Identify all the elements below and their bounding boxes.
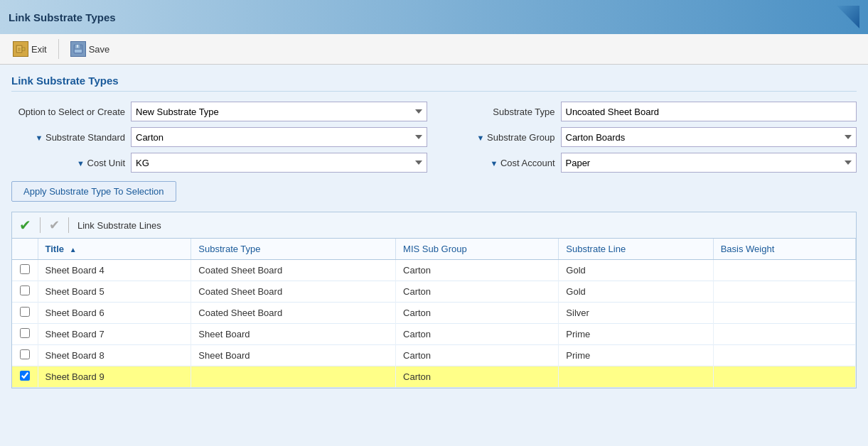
row-cell-title: Sheet Board 4 [38,260,191,281]
row-cell-basisWeight [713,303,855,324]
row-cell-substrateType: Sheet Board [191,345,396,366]
col-header-substrate-type[interactable]: Substrate Type [191,239,396,260]
row-cell-misSubGroup: Carton [396,281,559,303]
row-cell-substrateType: Coated Sheet Board [191,303,396,324]
link-substrate-lines-label: Link Substrate Lines [77,220,161,231]
row-checkbox-cell [12,324,38,345]
row-cell-title: Sheet Board 5 [38,281,191,303]
row-cell-basisWeight [713,281,855,303]
substrate-group-label: ▼ Substrate Group [441,132,555,143]
substrate-group-dropdown[interactable]: Carton Boards [561,127,857,147]
cost-account-label: ▼ Cost Account [441,158,555,168]
title-bar-corner [837,6,859,28]
row-cell-substrateType [191,366,396,388]
row-cell-substrateLine: Silver [559,303,713,324]
row-cell-title: Sheet Board 9 [38,366,191,388]
main-content: Link Substrate Types Option to Select or… [0,65,868,446]
row-checkbox[interactable] [20,371,30,381]
row-cell-substrateLine: Prime [559,324,713,345]
row-checkbox-cell [12,345,38,366]
row-cell-title: Sheet Board 7 [38,324,191,345]
row-cell-substrateLine: Prime [559,345,713,366]
row-checkbox[interactable] [20,264,30,274]
table-row: Sheet Board 8Sheet BoardCartonPrime [12,345,856,366]
table-row: Sheet Board 7Sheet BoardCartonPrime [12,324,856,345]
form-row-option: Option to Select or Create New Substrate… [11,102,427,121]
save-icon [70,41,86,57]
row-cell-substrateLine: Gold [559,281,713,303]
row-cell-substrateType: Sheet Board [191,324,396,345]
substrate-table: Title ▲ Substrate Type MIS Sub Group Sub… [12,239,856,388]
exit-icon [13,41,28,57]
form-area: Option to Select or Create New Substrate… [11,102,857,173]
table-row: Sheet Board 6Coated Sheet BoardCartonSil… [12,303,856,324]
row-checkbox-cell [12,303,38,324]
section-title: Link Substrate Types [11,75,857,92]
title-bar-text: Link Substrate Types [9,11,116,23]
row-cell-basisWeight [713,345,855,366]
row-cell-basisWeight [713,324,855,345]
row-cell-misSubGroup: Carton [396,324,559,345]
cost-account-arrow: ▼ [490,159,498,168]
col-header-mis-sub-group[interactable]: MIS Sub Group [396,239,559,260]
table-header-row: Title ▲ Substrate Type MIS Sub Group Sub… [12,239,856,260]
substrate-group-arrow: ▼ [477,134,485,142]
row-cell-misSubGroup: Carton [396,366,559,388]
option-select-wrapper: New Substrate Type [131,102,427,121]
row-cell-misSubGroup: Carton [396,260,559,281]
cost-account-dropdown[interactable]: Paper [561,153,857,173]
substrate-standard-arrow: ▼ [35,134,43,142]
toolbar-divider [58,39,59,59]
col-header-substrate-line[interactable]: Substrate Line [559,239,713,260]
substrate-standard-label: ▼ Substrate Standard [11,132,125,143]
svg-rect-2 [18,48,21,51]
row-checkbox-cell [12,260,38,281]
cost-unit-arrow: ▼ [77,159,85,168]
title-bar: Link Substrate Types [0,0,868,34]
table-toolbar: ✔ ✔ Link Substrate Lines [12,212,856,239]
table-section: ✔ ✔ Link Substrate Lines Title ▲ Substra… [11,212,857,388]
row-cell-basisWeight [713,260,855,281]
table-row: Sheet Board 4Coated Sheet BoardCartonGol… [12,260,856,281]
row-checkbox[interactable] [20,307,30,317]
col-header-basis-weight[interactable]: Basis Weight [713,239,855,260]
row-cell-substrateType: Coated Sheet Board [191,260,396,281]
form-row-substrate-group: ▼ Substrate Group Carton Boards [441,127,857,147]
option-select-dropdown[interactable]: New Substrate Type [131,102,427,121]
apply-substrate-button[interactable]: Apply Substrate Type To Selection [11,181,176,202]
row-checkbox[interactable] [20,285,30,295]
exit-button[interactable]: Exit [7,38,53,60]
cost-unit-dropdown[interactable]: KG [131,153,427,173]
uncheck-all-icon[interactable]: ✔ [49,217,60,233]
form-row-cost-account: ▼ Cost Account Paper [441,153,857,173]
toolbar: Exit Save [0,34,868,65]
row-cell-substrateLine [559,366,713,388]
row-checkbox[interactable] [20,349,30,359]
table-toolbar-divider-2 [68,217,69,233]
substrate-type-label: Substrate Type [441,107,555,117]
form-grid: Option to Select or Create New Substrate… [11,102,857,173]
option-select-label: Option to Select or Create [11,107,125,117]
col-header-title[interactable]: Title ▲ [38,239,191,260]
check-all-icon[interactable]: ✔ [19,217,31,234]
svg-rect-7 [75,50,82,53]
save-label: Save [89,44,110,55]
row-cell-title: Sheet Board 6 [38,303,191,324]
row-checkbox[interactable] [20,328,30,338]
substrate-type-input[interactable] [561,102,857,121]
form-row-substrate-type: Substrate Type [441,102,857,121]
row-cell-substrateType: Coated Sheet Board [191,281,396,303]
sort-arrow-title: ▲ [70,246,77,254]
form-row-substrate-standard: ▼ Substrate Standard Carton [11,127,427,147]
cost-unit-label: ▼ Cost Unit [11,158,125,168]
svg-rect-6 [77,45,78,48]
substrate-group-wrapper: Carton Boards [561,127,857,147]
svg-rect-3 [22,48,25,50]
substrate-standard-dropdown[interactable]: Carton [131,127,427,147]
cost-unit-wrapper: KG [131,153,427,173]
row-cell-title: Sheet Board 8 [38,345,191,366]
table-toolbar-divider-1 [40,217,41,233]
save-button[interactable]: Save [65,38,116,60]
substrate-standard-wrapper: Carton [131,127,427,147]
table-row: Sheet Board 5Coated Sheet BoardCartonGol… [12,281,856,303]
